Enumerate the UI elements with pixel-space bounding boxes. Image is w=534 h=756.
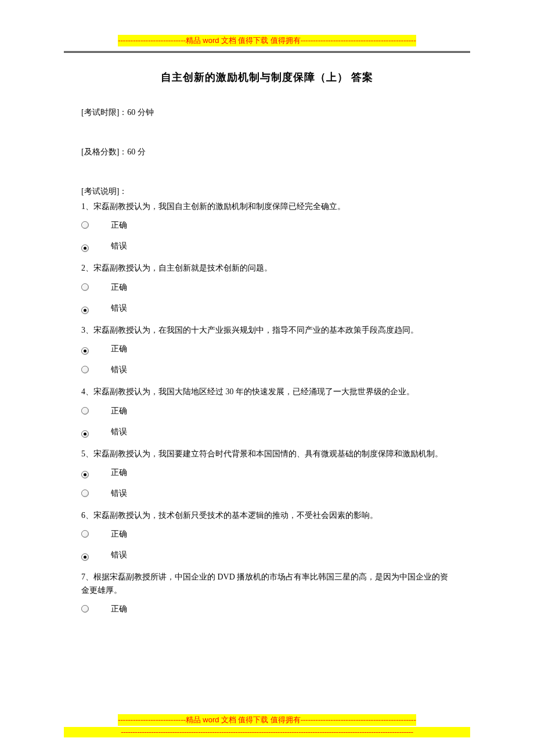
footer-banner-line2: ----------------------------------------…	[64, 727, 470, 737]
question-text: 3、宋磊副教授认为，在我国的十大产业振兴规划中，指导不同产业的基本政策手段高度趋…	[81, 324, 453, 337]
radio-icon[interactable]	[81, 347, 89, 355]
option-row-correct[interactable]: 正确	[81, 220, 453, 231]
option-label-correct: 正确	[111, 282, 127, 293]
radio-icon[interactable]	[81, 221, 89, 229]
question-text: 4、宋磊副教授认为，我国大陆地区经过 30 年的快速发展，已经涌现了一大批世界级…	[81, 386, 453, 398]
option-label-wrong: 错误	[111, 241, 127, 251]
dashes-left: ---------------------------	[118, 36, 186, 45]
exam-time-limit: [考试时限]：60 分钟	[81, 107, 453, 118]
radio-icon[interactable]	[81, 471, 89, 478]
exam-pass-score: [及格分数]：60 分	[81, 147, 453, 157]
question-text: 1、宋磊副教授认为，我国自主创新的激励机制和制度保障已经完全确立。	[81, 200, 453, 213]
radio-icon[interactable]	[81, 530, 89, 538]
radio-icon[interactable]	[81, 244, 89, 252]
radio-icon[interactable]	[81, 283, 89, 291]
option-label-wrong: 错误	[111, 303, 127, 314]
option-label-wrong: 错误	[111, 550, 127, 560]
option-label-correct: 正确	[111, 406, 127, 416]
questions-container: 1、宋磊副教授认为，我国自主创新的激励机制和制度保障已经完全确立。正确错误2、宋…	[81, 200, 453, 614]
option-row-correct[interactable]: 正确	[81, 282, 453, 293]
exam-notes: [考试说明]：	[81, 186, 453, 197]
footer-dashes-left: ---------------------------	[118, 715, 186, 724]
document-content: 自主创新的激励机制与制度保障（上） 答案 [考试时限]：60 分钟 [及格分数]…	[0, 53, 534, 614]
footer-banner: ---------------------------精品 word 文档 值得…	[0, 714, 534, 737]
option-row-correct[interactable]: 正确	[81, 529, 453, 539]
option-label-correct: 正确	[111, 529, 127, 539]
option-label-wrong: 错误	[111, 365, 127, 375]
radio-icon[interactable]	[81, 605, 89, 613]
option-row-correct[interactable]: 正确	[81, 604, 453, 614]
option-label-correct: 正确	[111, 467, 127, 478]
footer-banner-word: word	[203, 715, 221, 724]
option-row-wrong[interactable]: 错误	[81, 303, 453, 314]
footer-banner-suffix: 文档 值得下载 值得拥有	[221, 715, 301, 724]
radio-icon[interactable]	[81, 366, 89, 373]
option-row-wrong[interactable]: 错误	[81, 427, 453, 437]
banner-suffix: 文档 值得下载 值得拥有	[221, 36, 301, 45]
footer-dashes-right: ----------------------------------------…	[301, 715, 416, 724]
option-label-wrong: 错误	[111, 427, 127, 437]
dashes-right: ----------------------------------------…	[301, 36, 416, 45]
option-label-correct: 正确	[111, 220, 127, 231]
header-banner-line: ---------------------------精品 word 文档 值得…	[118, 35, 416, 46]
option-row-correct[interactable]: 正确	[81, 406, 453, 416]
banner-word: word	[203, 36, 221, 45]
question-text: 2、宋磊副教授认为，自主创新就是技术创新的问题。	[81, 262, 453, 275]
option-label-correct: 正确	[111, 344, 127, 354]
page-title: 自主创新的激励机制与制度保障（上） 答案	[81, 70, 453, 84]
option-row-correct[interactable]: 正确	[81, 467, 453, 478]
option-row-wrong[interactable]: 错误	[81, 241, 453, 251]
header-banner: ---------------------------精品 word 文档 值得…	[0, 0, 534, 51]
option-row-wrong[interactable]: 错误	[81, 488, 453, 499]
option-row-wrong[interactable]: 错误	[81, 365, 453, 375]
footer-banner-line1: ---------------------------精品 word 文档 值得…	[118, 714, 416, 726]
banner-prefix: 精品	[186, 36, 203, 45]
option-row-wrong[interactable]: 错误	[81, 550, 453, 560]
option-row-correct[interactable]: 正确	[81, 344, 453, 354]
radio-icon[interactable]	[81, 489, 89, 497]
option-label-correct: 正确	[111, 604, 127, 614]
radio-icon[interactable]	[81, 553, 89, 561]
radio-icon[interactable]	[81, 407, 89, 415]
question-text: 5、宋磊副教授认为，我国要建立符合时代背景和本国国情的、具有微观基础的制度保障和…	[81, 448, 453, 460]
question-text: 6、宋磊副教授认为，技术创新只受技术的基本逻辑的推动，不受社会因素的影响。	[81, 509, 453, 522]
radio-icon[interactable]	[81, 307, 89, 314]
option-label-wrong: 错误	[111, 488, 127, 499]
radio-icon[interactable]	[81, 430, 89, 438]
footer-banner-prefix: 精品	[186, 715, 203, 724]
question-text: 7、根据宋磊副教授所讲，中国企业的 DVD 播放机的市场占有率比韩国三星的高，是…	[81, 571, 453, 597]
